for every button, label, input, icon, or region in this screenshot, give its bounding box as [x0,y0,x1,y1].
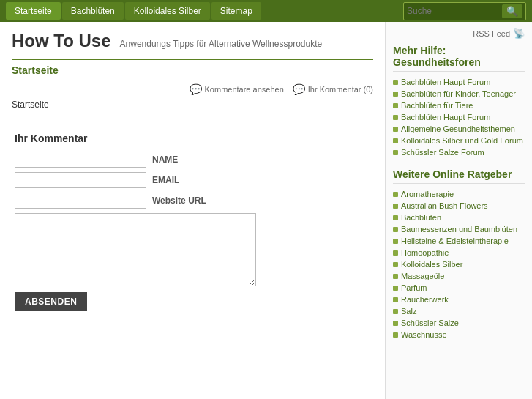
search-input[interactable] [407,6,502,16]
bullet-icon [393,204,398,209]
nav-item-startseite[interactable]: Startseite [6,2,61,20]
submit-button[interactable]: ABSENDEN [15,292,87,311]
nav-items: Startseite Bachblüten Kolloidales Silber… [6,2,261,20]
ratgeber-section-title: Weitere Online Ratgeber [393,168,525,184]
bullet-icon [393,321,398,326]
comment-view-icon: 💬 [190,83,202,95]
forum-link-item[interactable]: Bachblüten für Tiere [393,100,525,111]
view-comments-label: Kommentare ansehen [205,85,284,94]
bullet-icon [393,127,398,132]
bullet-icon [393,150,398,155]
ratgeber-link-item[interactable]: Baumessenzen und Baumblüten [393,223,525,235]
url-input[interactable] [15,193,146,209]
breadcrumb-section: Startseite [12,59,373,79]
sidebar: RSS Feed 📡 Mehr Hilfe: Gesundheitsforen … [386,22,532,399]
email-label: EMAIL [152,175,179,185]
ratgeber-link-item[interactable]: Waschnüsse [393,329,525,340]
bullet-icon [393,239,398,244]
forum-link-item[interactable]: Bachblüten für Kinder, Teenager [393,88,525,100]
bullet-icon [393,80,398,85]
forum-link-item[interactable]: Schüssler Salze Forum [393,146,525,158]
bullet-icon [393,215,398,220]
bullet-icon [393,250,398,256]
bullet-icon [393,92,398,97]
bullet-icon [393,192,398,197]
bullet-icon [393,286,398,291]
name-input[interactable] [15,152,146,168]
bullet-icon [393,227,398,232]
breadcrumb-title: Startseite [12,64,59,76]
ratgeber-link-item[interactable]: Massageöle [393,270,525,282]
ratgeber-link-item[interactable]: Aromatherapie [393,188,525,200]
ratgeber-link-item[interactable]: Räucherwerk [393,294,525,305]
comment-actions: 💬 Kommentare ansehen 💬 Ihr Kommentar (0) [12,83,373,95]
ratgeber-link-item[interactable]: Homöopathie [393,247,525,258]
view-comments-link[interactable]: 💬 Kommentare ansehen [190,83,284,95]
name-label: NAME [152,154,178,165]
breadcrumb-text: Startseite [12,100,373,116]
ratgeber-links-list: AromatherapieAustralian Bush FlowersBach… [393,188,525,340]
search-box: 🔍 [403,2,526,20]
bullet-icon [393,274,398,279]
bullet-icon [393,115,398,120]
name-row: NAME [15,152,370,168]
rss-label: RSS Feed [473,29,510,38]
rss-bar: RSS Feed 📡 [393,28,525,39]
page-subtitle: Anwendungs Tipps für Alternative Wellnes… [120,39,323,49]
ratgeber-link-item[interactable]: Salz [393,305,525,317]
add-comment-link[interactable]: 💬 Ihr Kommentar (0) [293,83,373,95]
nav-item-bachbluten[interactable]: Bachblüten [62,2,124,20]
email-input[interactable] [15,172,146,188]
url-label: Website URL [152,195,206,206]
bullet-icon [393,138,398,143]
forum-link-item[interactable]: Kolloidales Silber und Gold Forum [393,135,525,146]
bullet-icon [393,309,398,314]
forum-link-item[interactable]: Bachblüten Haupt Forum [393,76,525,88]
ratgeber-link-item[interactable]: Bachblüten [393,212,525,223]
top-navigation: Startseite Bachblüten Kolloidales Silber… [0,0,532,22]
ratgeber-link-item[interactable]: Parfum [393,282,525,294]
page-wrapper: How To Use Anwendungs Tipps für Alternat… [0,22,532,399]
bullet-icon [393,103,398,108]
comment-textarea[interactable] [15,213,256,286]
forum-links-list: Bachblüten Haupt ForumBachblüten für Kin… [393,76,525,158]
rss-icon[interactable]: 📡 [513,28,525,39]
forums-section-title: Mehr Hilfe: Gesundheitsforen [393,45,525,72]
forum-link-item[interactable]: Allgemeine Gesundheitsthemen [393,123,525,135]
page-title: How To Use [12,31,111,51]
url-row: Website URL [15,193,370,209]
bullet-icon [393,332,398,338]
page-header: How To Use Anwendungs Tipps für Alternat… [12,31,373,51]
nav-item-sitemap[interactable]: Sitemap [211,2,261,20]
main-content: How To Use Anwendungs Tipps für Alternat… [0,22,386,399]
comment-form-section: Ihr Kommentar NAME EMAIL Website URL ABS… [12,127,373,317]
add-comment-label: Ihr Kommentar (0) [308,85,373,94]
ratgeber-link-item[interactable]: Heilsteine & Edelsteintherapie [393,235,525,247]
forum-link-item[interactable]: Bachblüten Haupt Forum [393,111,525,123]
comment-form-title: Ihr Kommentar [15,133,370,144]
bullet-icon [393,262,398,267]
ratgeber-link-item[interactable]: Kolloidales Silber [393,258,525,270]
search-button[interactable]: 🔍 [502,4,522,18]
ratgeber-link-item[interactable]: Australian Bush Flowers [393,200,525,212]
nav-item-kolloidales[interactable]: Kolloidales Silber [125,2,210,20]
email-row: EMAIL [15,172,370,188]
ratgeber-link-item[interactable]: Schüssler Salze [393,317,525,329]
comment-add-icon: 💬 [293,83,305,95]
bullet-icon [393,297,398,302]
